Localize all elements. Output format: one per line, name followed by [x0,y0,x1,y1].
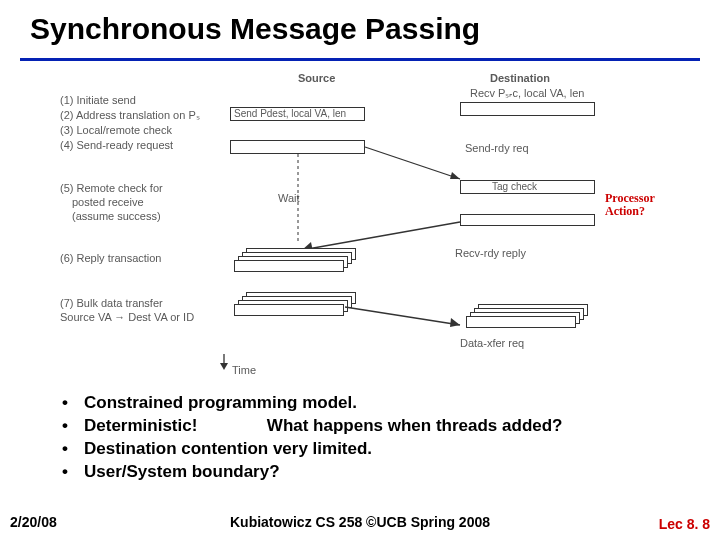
step7a: (7) Bulk data transfer [60,297,163,309]
bullet-1-text: Constrained programming model. [84,392,357,415]
recv-rdy-label: Recv-rdy reply [455,247,526,259]
bullet-1: •Constrained programming model. [62,392,702,415]
bullet-4: •User/System boundary? [62,461,702,484]
svg-line-5 [345,307,460,325]
footer-center: Kubiatowicz CS 258 ©UCB Spring 2008 [0,514,720,530]
step3: (3) Local/remote check [60,124,172,136]
svg-marker-8 [220,363,228,370]
step5c: (assume success) [72,210,161,222]
footer-right: Lec 8. 8 [659,516,710,532]
step4: (4) Send-ready request [60,139,173,151]
svg-marker-1 [450,172,460,179]
dest-box-1 [460,102,595,116]
send-rdy-label: Send-rdy req [465,142,529,154]
col-dest: Destination [490,72,550,84]
step1: (1) Initiate send [60,94,136,106]
slide-title: Synchronous Message Passing [30,12,480,46]
send-rdy-arrow [365,147,465,187]
bullet-3-text: Destination contention very limited. [84,438,372,461]
processor-action-annot: Processor Action? [605,192,655,218]
step5a: (5) Remote check for [60,182,163,194]
col-source: Source [298,72,335,84]
src-box-2 [230,140,365,154]
dest-reply-box [460,214,595,226]
bullet-3: •Destination contention very limited. [62,438,702,461]
bullet-2b: What happens when threads added? [267,416,563,435]
time-arrow [218,354,230,372]
title-rule [20,58,700,61]
send-box-label: Send Pdest, local VA, len [234,108,346,119]
svg-line-3 [302,222,460,250]
slide: Synchronous Message Passing Source Desti… [0,0,720,540]
time-label: Time [232,364,256,376]
diagram: Source Destination Recv Pₛᵣc, local VA, … [60,72,670,382]
step6: (6) Reply transaction [60,252,162,264]
svg-marker-6 [450,318,460,327]
svg-line-0 [365,147,460,179]
bullet-4-text: User/System boundary? [84,461,280,484]
dest-sub: Recv Pₛᵣc, local VA, len [470,87,584,100]
bullet-list: •Constrained programming model. • Determ… [62,392,702,484]
bullet-2: • Deterministic! What happens when threa… [62,415,702,438]
data-xfer-arrow [345,307,470,347]
step2: (2) Address translation on Pₛ [60,109,200,122]
step5b: posted receive [72,196,144,208]
bullet-2a: Deterministic! [84,416,197,435]
data-xfer-label: Data-xfer req [460,337,524,349]
step7b: Source VA → Dest VA or ID [60,311,194,323]
tag-check-label: Tag check [492,181,537,192]
